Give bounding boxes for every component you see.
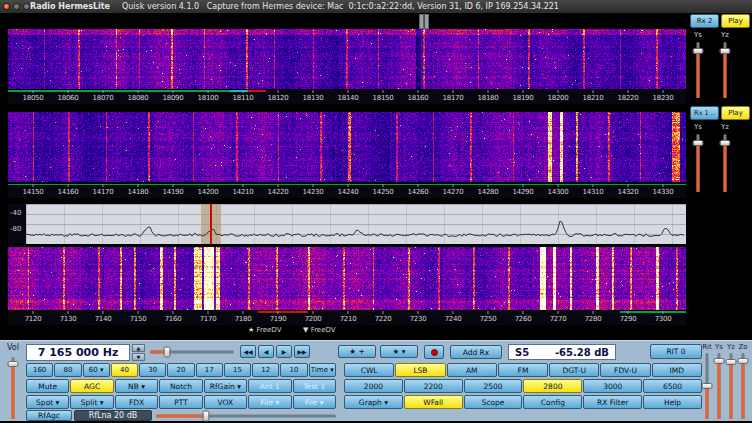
button-split[interactable]: Split ▾ xyxy=(70,395,113,409)
button-10[interactable]: 10 xyxy=(280,363,307,377)
button-agc[interactable]: AGC xyxy=(70,379,113,393)
rflna-slider[interactable] xyxy=(156,410,336,422)
station-label: FreeDV xyxy=(257,326,282,334)
tick-mark xyxy=(208,90,209,93)
rx1-yz-slider[interactable] xyxy=(719,134,731,192)
graph-plot-area[interactable] xyxy=(26,204,686,244)
button-scope[interactable]: Scope xyxy=(464,395,523,409)
rx2-ys-label: Ys xyxy=(694,31,702,39)
tick-mark xyxy=(418,90,419,93)
button-60[interactable]: 60 ▾ xyxy=(83,363,110,377)
button-fdx[interactable]: FDX xyxy=(115,395,158,409)
titlebar[interactable]: Radio HermesLiteQuisk version 4.1.0 Capt… xyxy=(0,0,752,13)
waterfall-17m[interactable] xyxy=(8,29,686,89)
maximize-icon[interactable] xyxy=(23,3,30,10)
close-icon[interactable] xyxy=(3,3,10,10)
waterfall-40m[interactable] xyxy=(8,247,686,310)
button-2800[interactable]: 2800 xyxy=(523,379,582,393)
button-rfgain[interactable]: RfGain ▾ xyxy=(204,379,247,393)
button-12[interactable]: 12 xyxy=(252,363,279,377)
freq-tick-label: 7140 xyxy=(95,315,112,323)
minimize-icon[interactable] xyxy=(13,3,20,10)
button-ant-1[interactable]: Ant 1 xyxy=(248,379,291,393)
ys-slider-label: Ys xyxy=(713,343,725,351)
button-notch[interactable]: Notch xyxy=(159,379,202,393)
button-imd[interactable]: IMD xyxy=(652,363,702,377)
button-fm[interactable]: FM xyxy=(498,363,548,377)
button-2500[interactable]: 2500 xyxy=(464,379,523,393)
button-160[interactable]: 160 xyxy=(26,363,53,377)
button-vox[interactable]: VOX xyxy=(204,395,247,409)
rit-slider[interactable] xyxy=(701,353,713,419)
station-freedv-2[interactable]: ▼ FreeDV xyxy=(303,326,336,334)
rx2-button[interactable]: Rx 2 xyxy=(690,14,719,28)
tick-mark xyxy=(663,311,664,314)
rit-button[interactable]: RIT 0 xyxy=(650,344,702,359)
zo-slider[interactable] xyxy=(737,353,749,419)
volume-slider[interactable] xyxy=(7,357,19,419)
button-6500[interactable]: 6500 xyxy=(643,379,702,393)
frequency-display[interactable]: 7 165 000 Hz xyxy=(26,344,130,361)
spin-down-button[interactable]: ▼ xyxy=(132,353,145,361)
memory-popup-button[interactable]: ★ ▾ xyxy=(380,345,418,358)
spin-up-button[interactable]: ▲ xyxy=(132,344,145,352)
button-30[interactable]: 30 xyxy=(139,363,166,377)
button-ptt[interactable]: PTT xyxy=(159,395,202,409)
yz-slider[interactable] xyxy=(725,353,737,419)
button-help[interactable]: Help xyxy=(643,395,702,409)
station-freedv-1[interactable]: ★ FreeDV xyxy=(248,326,281,334)
rfagc-button[interactable]: RfAgc xyxy=(26,410,72,421)
button-15[interactable]: 15 xyxy=(224,363,251,377)
record-button[interactable] xyxy=(424,345,444,359)
button-2200[interactable]: 2200 xyxy=(404,379,463,393)
button-dgt-u[interactable]: DGT-U xyxy=(549,363,599,377)
freq-tick-label: 14230 xyxy=(303,188,324,196)
button-mute[interactable]: Mute xyxy=(26,379,69,393)
button-lsb[interactable]: LSB xyxy=(395,363,445,377)
button-rx-filter[interactable]: RX Filter xyxy=(583,395,642,409)
button-80[interactable]: 80 xyxy=(54,363,81,377)
button-17[interactable]: 17 xyxy=(196,363,223,377)
button-time[interactable]: Time ▾ xyxy=(309,363,336,377)
button-spot[interactable]: Spot ▾ xyxy=(26,395,69,409)
button-40[interactable]: 40 xyxy=(111,363,138,377)
button-graph[interactable]: Graph ▾ xyxy=(344,395,403,409)
rx2-play-button[interactable]: Play xyxy=(721,14,750,28)
rx2-tune-marker[interactable] xyxy=(419,14,429,29)
button-fdv-u[interactable]: FDV-U xyxy=(600,363,650,377)
volume-label: Vol xyxy=(2,343,24,352)
button-cwl[interactable]: CWL xyxy=(344,363,394,377)
tick-mark xyxy=(453,311,454,314)
tune-step-down[interactable]: ◀ xyxy=(258,345,274,358)
memory-save-button[interactable]: ★ + xyxy=(338,345,376,358)
button-file-play[interactable]: File ▾ xyxy=(248,395,291,409)
button-2000[interactable]: 2000 xyxy=(344,379,403,393)
button-wfall[interactable]: WFall xyxy=(404,395,463,409)
rit-slider-label: Rit xyxy=(701,343,713,351)
button-file-record[interactable]: File ▾ xyxy=(293,395,336,409)
waterfall-20m[interactable] xyxy=(8,112,686,182)
add-rx-button[interactable]: Add Rx xyxy=(450,345,502,359)
tune-step-up-fast[interactable]: ▶▶ xyxy=(294,345,310,358)
rx2-yz-slider[interactable] xyxy=(719,42,731,98)
freq-scale-17m[interactable]: 1805018060180701808018090181001811018120… xyxy=(8,90,686,104)
tick-mark xyxy=(488,311,489,314)
spectrum-graph[interactable]: -40 -80 xyxy=(8,204,686,244)
rx2-ys-slider[interactable] xyxy=(692,42,704,98)
tune-slider[interactable] xyxy=(150,346,234,358)
button-nb[interactable]: NB ▾ xyxy=(115,379,158,393)
button-test-1[interactable]: Test 1 xyxy=(293,379,336,393)
button-config[interactable]: Config xyxy=(523,395,582,409)
tune-step-up[interactable]: ▶ xyxy=(276,345,292,358)
freq-scale-40m[interactable]: 7120713071407150716071707180719072007210… xyxy=(8,311,686,325)
rx1-ys-slider[interactable] xyxy=(692,134,704,192)
tick-mark xyxy=(278,184,279,187)
tune-step-down-fast[interactable]: ◀◀ xyxy=(240,345,256,358)
button-am[interactable]: AM xyxy=(447,363,497,377)
rx1-play-button[interactable]: Play xyxy=(721,106,750,120)
freq-scale-20m[interactable]: 1415014160141701418014190142001421014220… xyxy=(8,184,686,198)
rx1-button[interactable]: Rx 1 .. xyxy=(690,106,719,120)
ys-slider[interactable] xyxy=(713,353,725,419)
button-20[interactable]: 20 xyxy=(167,363,194,377)
button-3000[interactable]: 3000 xyxy=(583,379,642,393)
